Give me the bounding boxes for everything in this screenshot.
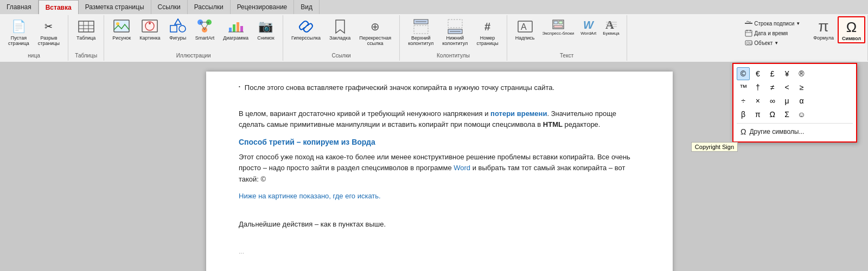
hyperlink-label: Гиперссылка [291, 35, 321, 41]
footer-btn[interactable]: Нижнийколонтитул [438, 16, 471, 48]
symbol-dagger[interactable]: † [751, 81, 764, 94]
bookmark-btn[interactable]: Закладка [326, 16, 354, 42]
bookmark-icon [331, 18, 349, 35]
tab-layout[interactable]: Разметка страницы [79, 0, 151, 14]
symbol-empty4 [809, 81, 822, 94]
more-symbols-btn[interactable]: Ω Другие символы... [737, 125, 853, 138]
ribbon-group-links: Гиперссылка Закладка ⊕ Перекрестнаяссылк… [283, 15, 400, 61]
tab-review[interactable]: Рецензирование [231, 0, 295, 14]
symbol-registered[interactable]: ® [795, 67, 808, 80]
page-number-btn[interactable]: # Номерстраницы [473, 16, 502, 48]
symbol-less[interactable]: < [781, 81, 794, 94]
svg-text:OLE: OLE [746, 41, 752, 45]
symbol-omega[interactable]: Ω [766, 108, 779, 121]
shapes-btn[interactable]: Фигуры [165, 16, 190, 42]
screenshot-label: Снимок [257, 35, 275, 41]
bottom-hint: ... [239, 247, 640, 257]
ribbon-right: Строка подписи ▼ Дата и время OLE Объект… [738, 15, 868, 61]
symbol-grid-rows: © € £ ¥ ® ™ † ≠ < ≥ ÷ × ∞ μ α β π Ω Σ ☺ [737, 67, 853, 121]
textbox-btn[interactable]: A Надпись [512, 16, 539, 42]
svg-rect-21 [237, 22, 239, 32]
ribbon-group-pages: 📄 Пустаястраница ✂ Разрывстраницы ница [0, 15, 68, 61]
signature-arrow: ▼ [796, 21, 800, 26]
symbol-btn[interactable]: Ω Символ [838, 16, 865, 43]
paragraph-2: Этот способ уже поход на какое-то более … [239, 152, 640, 185]
left-margin [0, 63, 206, 271]
tab-home[interactable]: Главная [0, 0, 39, 14]
symbol-trademark[interactable]: ™ [737, 81, 750, 94]
svg-point-6 [116, 22, 119, 25]
wordart-icon: W [582, 18, 595, 31]
symbol-euro[interactable]: € [751, 67, 764, 80]
table-btn[interactable]: Таблица [73, 16, 99, 42]
tab-mailings[interactable]: Рассылки [188, 0, 231, 14]
symbol-divide[interactable]: ÷ [737, 94, 750, 107]
header-btn[interactable]: Верхнийколонтитул [404, 16, 437, 48]
symbol-pound[interactable]: £ [766, 67, 779, 80]
symbol-times[interactable]: × [751, 94, 764, 107]
tab-view[interactable]: Вид [294, 0, 320, 14]
svg-point-9 [149, 22, 151, 24]
smartart-icon [196, 18, 213, 35]
symbol-empty10 [809, 108, 822, 121]
chart-btn[interactable]: Диаграмма [219, 16, 252, 42]
ribbon-group-sym-extras: Строка подписи ▼ Дата и время OLE Объект… [738, 15, 807, 61]
symbol-notequal[interactable]: ≠ [766, 81, 779, 94]
blank-page-btn[interactable]: 📄 Пустаястраница [4, 16, 33, 48]
symbol-yen[interactable]: ¥ [781, 67, 794, 80]
page-break-btn[interactable]: ✂ Разрывстраницы [34, 16, 63, 48]
object-btn[interactable]: OLE Объект ▼ [742, 38, 781, 48]
crossref-btn[interactable]: ⊕ Перекрестнаяссылка [355, 16, 395, 48]
picture-btn[interactable]: Рисунок [108, 16, 135, 42]
hyperlink-btn[interactable]: Гиперссылка [288, 16, 324, 42]
symbol-alpha[interactable]: α [795, 94, 808, 107]
crossref-icon: ⊕ [367, 18, 384, 35]
datetime-btn[interactable]: Дата и время [742, 28, 790, 38]
svg-rect-42 [745, 23, 752, 24]
svg-line-24 [304, 24, 308, 29]
symbol-empty8 [824, 94, 837, 107]
section-heading: Способ третий – копируем из Ворда [239, 136, 640, 148]
quick-parts-btn[interactable]: Экспресс-блоки [540, 16, 577, 37]
symbol-mu[interactable]: μ [781, 94, 794, 107]
picture-link[interactable]: Ниже на картинке показано, где его искат… [239, 192, 381, 200]
symbol-empty3 [839, 67, 852, 80]
more-symbols-label: Другие символы... [749, 128, 804, 136]
svg-point-11 [179, 25, 186, 32]
quick-parts-icon [552, 18, 565, 31]
text-group-label: Текст [560, 53, 573, 60]
smartart-btn[interactable]: SmartArt [192, 16, 219, 42]
ribbon-group-text: A Надпись Экспресс-блоки [507, 15, 627, 61]
page-number-icon: # [479, 18, 496, 35]
symbol-sigma[interactable]: Σ [781, 108, 794, 121]
pages-group-label: ница [28, 53, 40, 60]
illustrations-items: Рисунок Картинка [108, 16, 278, 53]
header-icon [412, 18, 430, 35]
para2-word-link: Word [454, 164, 470, 172]
symbol-divider [737, 123, 853, 124]
dropcap-btn[interactable]: A Буквица [600, 16, 622, 37]
symbol-beta[interactable]: β [737, 108, 750, 121]
svg-rect-28 [448, 20, 462, 28]
clip-art-btn[interactable]: Картинка [136, 16, 164, 42]
symbol-smile[interactable]: ☺ [795, 108, 808, 121]
symbol-pi[interactable]: π [751, 108, 764, 121]
symbol-infinity[interactable]: ∞ [766, 94, 779, 107]
symbol-copyright[interactable]: © [737, 67, 750, 80]
page-break-label: Разрывстраницы [38, 35, 60, 46]
document-content: • После этого снова вставляете графическ… [239, 82, 640, 257]
bullet-text: После этого снова вставляете графический… [245, 82, 554, 94]
svg-rect-22 [240, 26, 243, 32]
tab-references[interactable]: Ссылки [151, 0, 188, 14]
shapes-icon [169, 18, 187, 35]
formula-btn[interactable]: π Формула [809, 16, 838, 42]
wordart-btn[interactable]: W WordArt [578, 16, 599, 37]
tables-items: Таблица [73, 16, 99, 53]
screenshot-btn[interactable]: 📷 Снимок [253, 16, 278, 42]
datetime-icon [745, 29, 752, 37]
tab-insert[interactable]: Вставка [39, 0, 79, 14]
signature-line-btn[interactable]: Строка подписи ▼ [742, 18, 803, 28]
headers-group-label: Колонтитулы [437, 53, 470, 60]
symbol-geq[interactable]: ≥ [795, 81, 808, 94]
footer-icon [446, 18, 464, 35]
